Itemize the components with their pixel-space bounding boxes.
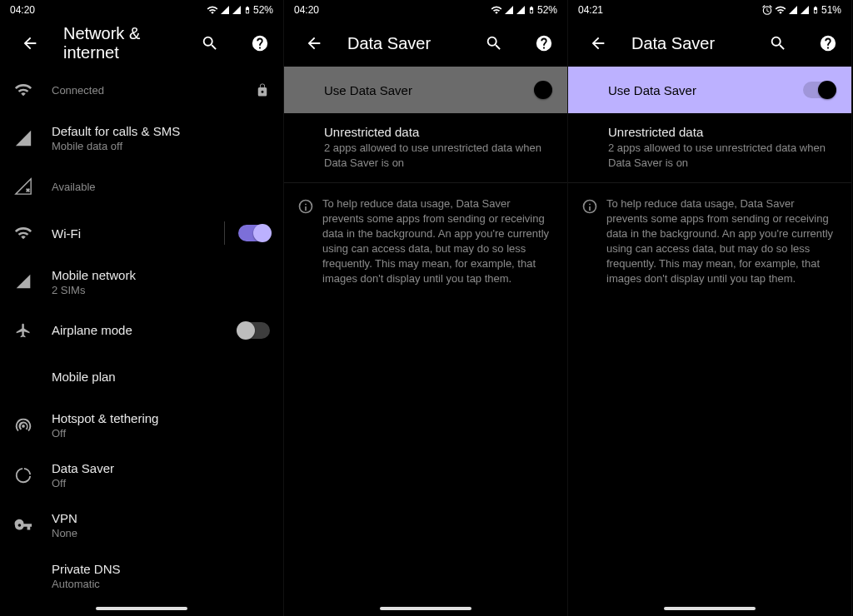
master-switch[interactable]: Use Data Saver: [284, 67, 567, 113]
wifi-network-item[interactable]: Connected: [0, 67, 283, 113]
info-footer: To help reduce data usage, Data Saver pr…: [284, 182, 567, 300]
search-button[interactable]: [193, 27, 227, 60]
airplane-toggle[interactable]: [238, 322, 270, 339]
sim-default-item[interactable]: Default for calls & SMSMobile data off: [0, 113, 283, 163]
info-icon: [297, 198, 314, 215]
wifi-icon: [13, 223, 33, 243]
status-battery: 51%: [821, 4, 841, 16]
status-bar: 04:21 51%: [568, 0, 851, 20]
master-switch-label: Use Data Saver: [608, 83, 803, 97]
mobile-plan-item[interactable]: Mobile plan: [0, 354, 283, 400]
vpn-item[interactable]: VPNNone: [0, 500, 283, 550]
hotspot-item[interactable]: Hotspot & tetheringOff: [0, 400, 283, 450]
app-bar: Network & internet: [0, 20, 283, 67]
status-time: 04:21: [578, 4, 603, 16]
alarm-icon: [761, 4, 773, 16]
status-battery: 52%: [537, 4, 557, 16]
panel-data-saver-on: 04:21 51% Data Saver Use Data Saver Unre…: [568, 0, 852, 616]
private-dns-item[interactable]: Private DNSAutomatic: [0, 551, 283, 601]
wifi-strong-icon: [13, 80, 33, 100]
info-footer: To help reduce data usage, Data Saver pr…: [568, 182, 851, 300]
blank-icon: [13, 367, 33, 387]
panel-network-internet: 04:20 52% Network & internet Connected D…: [0, 0, 284, 616]
gesture-nav-bar[interactable]: [284, 601, 567, 616]
settings-list[interactable]: Connected Default for calls & SMSMobile …: [0, 67, 283, 601]
hotspot-icon: [13, 415, 33, 435]
info-icon: [581, 198, 598, 215]
wifi-toggle[interactable]: [238, 225, 270, 241]
signal-off-icon: [13, 128, 33, 148]
gesture-nav-bar[interactable]: [568, 601, 851, 616]
status-time: 04:20: [294, 4, 319, 16]
status-icons: 51%: [761, 4, 841, 16]
search-button[interactable]: [477, 27, 511, 60]
signal-icon: [13, 271, 33, 291]
airplane-icon: [13, 320, 33, 340]
unrestricted-data-item[interactable]: Unrestricted data 2 apps allowed to use …: [284, 113, 567, 182]
wifi-item[interactable]: Wi-Fi: [0, 210, 283, 256]
data-saver-toggle[interactable]: [803, 82, 835, 98]
back-button[interactable]: [581, 27, 615, 60]
status-bar: 04:20 52%: [284, 0, 567, 20]
data-saver-item[interactable]: Data SaverOff: [0, 450, 283, 500]
status-icons: 52%: [491, 4, 557, 16]
blank-icon: [13, 566, 33, 586]
help-button[interactable]: [243, 27, 277, 60]
page-title: Data Saver: [347, 34, 461, 53]
divider: [224, 221, 225, 245]
status-time: 04:20: [10, 4, 35, 16]
help-button[interactable]: [811, 27, 845, 60]
back-button[interactable]: [13, 27, 47, 60]
vpn-icon: [13, 515, 33, 535]
gesture-nav-bar[interactable]: [0, 601, 283, 616]
signal-off-outline-icon: [13, 176, 33, 196]
info-text: To help reduce data usage, Data Saver pr…: [606, 196, 835, 286]
datasaver-icon: [13, 465, 33, 485]
lock-icon: [255, 82, 270, 97]
back-button[interactable]: [297, 27, 331, 60]
master-switch-label: Use Data Saver: [324, 83, 519, 97]
app-bar: Data Saver: [284, 20, 567, 67]
sim-available-item[interactable]: Available: [0, 163, 283, 210]
status-bar: 04:20 52%: [0, 0, 283, 20]
airplane-mode-item[interactable]: Airplane mode: [0, 307, 283, 354]
status-icons: 52%: [207, 4, 273, 16]
status-battery: 52%: [253, 4, 273, 16]
help-button[interactable]: [527, 27, 561, 60]
data-saver-toggle[interactable]: [519, 82, 551, 98]
panel-data-saver-off: 04:20 52% Data Saver Use Data Saver Unre…: [284, 0, 568, 616]
mobile-network-item[interactable]: Mobile network2 SIMs: [0, 256, 283, 306]
unrestricted-data-item[interactable]: Unrestricted data 2 apps allowed to use …: [568, 113, 851, 182]
page-title: Data Saver: [631, 34, 745, 53]
master-switch[interactable]: Use Data Saver: [568, 67, 851, 113]
page-title: Network & internet: [63, 24, 177, 62]
info-text: To help reduce data usage, Data Saver pr…: [322, 196, 551, 286]
search-button[interactable]: [761, 27, 795, 60]
app-bar: Data Saver: [568, 20, 851, 67]
